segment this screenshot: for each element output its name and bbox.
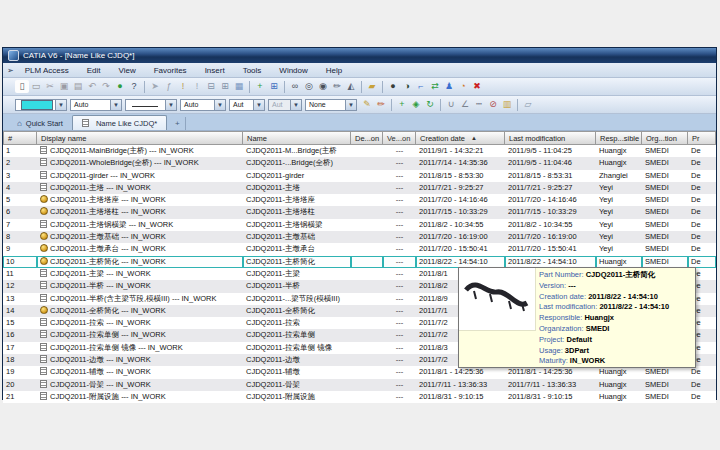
pen-icon[interactable]: ✏ bbox=[374, 98, 388, 111]
catalog-icon[interactable]: ▥ bbox=[500, 98, 514, 111]
product-icon bbox=[82, 119, 89, 127]
wrench-icon[interactable]: ⌐ bbox=[414, 80, 428, 93]
menu-item-help[interactable]: Help bbox=[317, 66, 351, 75]
layer-none-dropdown[interactable]: None▼ bbox=[305, 99, 357, 111]
open-icon[interactable]: ▭ bbox=[29, 80, 43, 93]
menu-item-window[interactable]: Window bbox=[270, 66, 316, 75]
magnet-icon[interactable]: ∪ bbox=[444, 98, 458, 111]
description-cell bbox=[351, 280, 383, 292]
exclamation-icon[interactable]: ! bbox=[190, 80, 204, 93]
move-cross-icon[interactable]: + bbox=[395, 98, 409, 111]
compass-icon[interactable]: ◈ bbox=[409, 98, 423, 111]
paintbrush-icon[interactable]: ✎ bbox=[360, 98, 374, 111]
no-search-icon[interactable]: ⊘ bbox=[486, 98, 500, 111]
pointer-icon[interactable]: ➤ bbox=[148, 80, 162, 93]
display-name-cell: CJDQ2011-主塔钢横梁 --- IN_WORK bbox=[37, 219, 243, 231]
folder-icon[interactable]: ▰ bbox=[365, 80, 379, 93]
column-header-Deon[interactable]: De...on bbox=[351, 131, 383, 145]
column-header-#[interactable]: # bbox=[3, 131, 37, 145]
table-row[interactable]: 4CJDQ2011-主塔 --- IN_WORKCJDQ2011-主塔---20… bbox=[3, 182, 716, 194]
new-document-icon[interactable]: ▯ bbox=[15, 80, 29, 93]
measure-icon[interactable]: ∠ bbox=[458, 98, 472, 111]
copy-icon[interactable]: ▣ bbox=[57, 80, 71, 93]
tooltip-field: Creation date: 2011/8/22 - 14:54:10 bbox=[539, 292, 693, 303]
table-row[interactable]: 9CJDQ2011-主墩承台 --- IN_WORKCJDQ2011-主墩承台-… bbox=[3, 243, 716, 255]
cut-icon[interactable]: ✂ bbox=[43, 80, 57, 93]
person-icon[interactable]: ♟ bbox=[442, 80, 456, 93]
color-dropdown[interactable]: ▼ bbox=[15, 99, 67, 111]
product-icon bbox=[40, 183, 47, 191]
grid-table-icon[interactable]: ⊞ bbox=[267, 80, 281, 93]
undo-icon[interactable]: ↶ bbox=[85, 80, 99, 93]
tab-quick-start[interactable]: ⌂ Quick Start bbox=[8, 116, 72, 130]
item-preview-tooltip: Part Number: CJDQ2011-主桥简化Version: ---Cr… bbox=[458, 267, 696, 368]
organization-cell: SMEDI bbox=[642, 219, 688, 231]
column-header-Lastmodification[interactable]: Last modification bbox=[505, 131, 596, 145]
menu-item-favorites[interactable]: Favorites bbox=[145, 66, 196, 75]
column-header-Name[interactable]: Name bbox=[243, 131, 351, 145]
line-type-dropdown[interactable]: ▼ bbox=[125, 99, 177, 111]
table-row[interactable]: 6CJDQ2011-主塔塔柱 --- IN_WORKCJDQ2011-主塔塔柱-… bbox=[3, 206, 716, 218]
menu-item-insert[interactable]: Insert bbox=[196, 66, 234, 75]
menu-item-edit[interactable]: Edit bbox=[78, 66, 110, 75]
table-row[interactable]: 21CJDQ2011-附属设施 --- IN_WORKCJDQ2011-附属设施… bbox=[3, 391, 716, 403]
creation-date-cell: 2011/8/31 - 9:10:15 bbox=[416, 391, 505, 403]
title-bar[interactable]: CATIA V6 - [Name Like CJDQ*] bbox=[3, 48, 716, 63]
tab-search-results[interactable]: Name Like CJDQ* bbox=[72, 115, 167, 130]
review-icon[interactable]: ◎ bbox=[302, 80, 316, 93]
display-name-cell: CJDQ2011-辅墩 --- IN_WORK bbox=[37, 366, 243, 378]
help-pointer-icon[interactable]: ? bbox=[127, 80, 141, 93]
table-row[interactable]: 7CJDQ2011-主塔钢横梁 --- IN_WORKCJDQ2011-主塔钢横… bbox=[3, 219, 716, 231]
toolbar-separator bbox=[144, 81, 145, 93]
column-header-Creationdate[interactable]: Creation date▲ bbox=[416, 131, 505, 145]
organization-cell: SMEDI bbox=[642, 145, 688, 157]
menu-item-tools[interactable]: Tools bbox=[234, 66, 271, 75]
green-globe-icon[interactable]: ● bbox=[113, 80, 127, 93]
table-row[interactable]: 1CJDQ2011-MainBridge(主桥) --- IN_WORKCJDQ… bbox=[3, 145, 716, 157]
menu-item-plm-access[interactable]: PLM Access bbox=[16, 66, 78, 75]
responsible-cell: Yeyi bbox=[596, 231, 642, 243]
column-header-Veon[interactable]: Ve...on bbox=[383, 131, 416, 145]
function-icon[interactable]: ƒ bbox=[162, 80, 176, 93]
rotate-icon[interactable]: ↻ bbox=[423, 98, 437, 111]
markup-icon[interactable]: ✏ bbox=[330, 80, 344, 93]
table-row[interactable]: 19CJDQ2011-辅墩 --- IN_WORKCJDQ2011-辅墩---2… bbox=[3, 366, 716, 378]
creation-date-cell: 2011/7/20 - 16:19:00 bbox=[416, 231, 505, 243]
window-import-icon[interactable]: ⊞ bbox=[218, 80, 232, 93]
description-cell bbox=[351, 206, 383, 218]
paste-icon[interactable]: ▤ bbox=[71, 80, 85, 93]
table-row[interactable]: 5CJDQ2011-主塔塔座 --- IN_WORKCJDQ2011-主塔塔座-… bbox=[3, 194, 716, 206]
glasses-icon[interactable]: ◉ bbox=[316, 80, 330, 93]
display-name-cell: CJDQ2011-附属设施 --- IN_WORK bbox=[37, 391, 243, 403]
swap-arrows-icon[interactable]: ⇄ bbox=[428, 80, 442, 93]
tooltip-field-value: CJDQ2011-主桥简化 bbox=[586, 270, 656, 279]
symbol-dropdown[interactable]: Aut▼ bbox=[229, 99, 265, 111]
table-row[interactable]: 2CJDQ2011-WholeBridge(全桥) --- IN_WORKCJD… bbox=[3, 157, 716, 169]
spheres-icon[interactable]: ◑ bbox=[400, 80, 414, 93]
redo-icon[interactable]: ↷ bbox=[99, 80, 113, 93]
display-name-cell: CJDQ2011-WholeBridge(全桥) --- IN_WORK bbox=[37, 157, 243, 169]
column-header-Respsible[interactable]: Resp...sible bbox=[596, 131, 642, 145]
column-header-Displayname[interactable]: Display name bbox=[37, 131, 243, 145]
table-row[interactable]: 3CJDQ2011-girder --- IN_WORKCJDQ2011-gir… bbox=[3, 170, 716, 182]
column-header-Pr[interactable]: Pr bbox=[688, 131, 716, 145]
new-tab-button[interactable]: + bbox=[169, 117, 186, 130]
window-small-icon[interactable]: ▱ bbox=[521, 98, 535, 111]
delete-icon[interactable]: ✖ bbox=[470, 80, 484, 93]
table-row[interactable]: 8CJDQ2011-主墩基础 --- IN_WORKCJDQ2011-主墩基础-… bbox=[3, 231, 716, 243]
line-weight-auto-dropdown[interactable]: Auto▼ bbox=[180, 99, 226, 111]
sphere-icon[interactable]: ● bbox=[386, 80, 400, 93]
graphic-auto-dropdown[interactable]: Auto▼ bbox=[70, 99, 122, 111]
image-icon[interactable]: ▦ bbox=[232, 80, 246, 93]
fit-all-icon[interactable]: + bbox=[253, 80, 267, 93]
analyze-icon[interactable]: ◭ bbox=[344, 80, 358, 93]
search-orange-icon[interactable]: ◔ bbox=[456, 80, 470, 93]
project-cell: De bbox=[688, 194, 716, 206]
window-export-icon[interactable]: ⊟ bbox=[204, 80, 218, 93]
dashed-line-icon[interactable]: ┅ bbox=[472, 98, 486, 111]
flashlight-icon[interactable]: ! bbox=[176, 80, 190, 93]
menu-item-view[interactable]: View bbox=[110, 66, 145, 75]
table-row[interactable]: 20CJDQ2011-骨架 --- IN_WORKCJDQ2011-骨架---2… bbox=[3, 379, 716, 391]
column-header-Orgtion[interactable]: Org...tion bbox=[642, 131, 688, 145]
binoculars-icon[interactable]: ∞ bbox=[288, 80, 302, 93]
